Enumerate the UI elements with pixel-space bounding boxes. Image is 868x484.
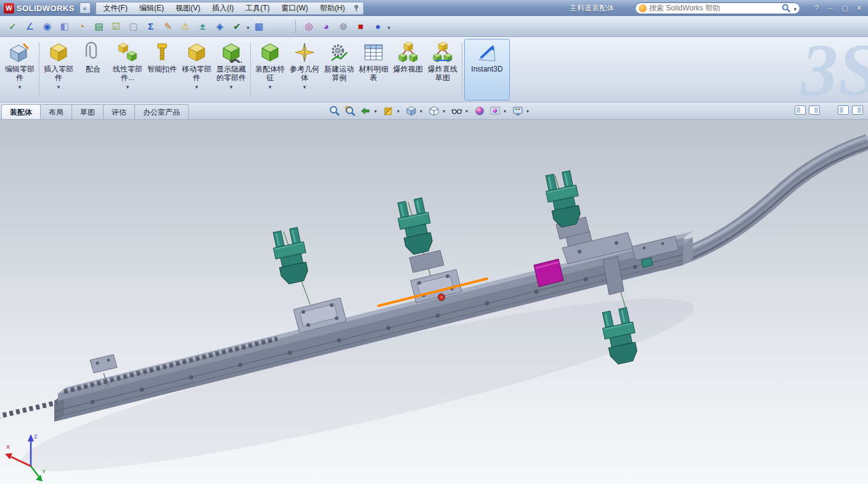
chevron-down-icon[interactable] bbox=[465, 104, 471, 118]
chevron-down-icon[interactable] bbox=[504, 104, 509, 118]
search-icon[interactable] bbox=[782, 4, 791, 13]
tolerances-icon[interactable] bbox=[195, 18, 210, 34]
ribbon-reference-geometry-button[interactable]: 参考几何体 bbox=[287, 39, 322, 100]
menu-edit[interactable]: 编辑(E) bbox=[134, 2, 170, 15]
ribbon-bill-of-materials-button[interactable]: 材料明细表 bbox=[356, 39, 391, 100]
ribbon-explode-line-sketch-button[interactable]: 爆炸直线草图 bbox=[425, 39, 460, 100]
document-properties-icon[interactable] bbox=[212, 18, 227, 34]
ribbon-exploded-view-button[interactable]: 爆炸视图 bbox=[391, 39, 425, 100]
zoom-to-area-icon[interactable] bbox=[343, 104, 357, 118]
model-chain-tail[interactable] bbox=[0, 403, 57, 417]
ribbon-instant3d-button[interactable]: Instant3D bbox=[464, 39, 510, 100]
menu-window[interactable]: 窗口(W) bbox=[276, 2, 314, 15]
design-check-off-icon[interactable] bbox=[126, 18, 141, 34]
chevron-down-icon[interactable] bbox=[195, 82, 199, 89]
mass-properties-icon[interactable] bbox=[39, 18, 55, 34]
ribbon-linear-pattern-button[interactable]: 线性零部件... bbox=[110, 39, 145, 100]
performance-evaluation-icon[interactable] bbox=[74, 18, 89, 34]
chevron-down-icon[interactable] bbox=[303, 82, 306, 89]
chevron-down-icon[interactable] bbox=[126, 82, 129, 89]
ribbon-new-motion-study-button[interactable]: 新建运动算例 bbox=[322, 39, 356, 100]
tab-assembly[interactable]: 装配体 bbox=[1, 104, 41, 119]
graphics-area[interactable]: X Y Z bbox=[0, 120, 868, 484]
minimize-button[interactable]: – bbox=[825, 3, 836, 13]
menubar: 文件(F) 编辑(E) 视图(V) 插入(I) 工具(T) 窗口(W) 帮助(H… bbox=[96, 2, 364, 15]
section-view-icon[interactable] bbox=[382, 104, 395, 118]
ribbon-mate-button[interactable]: 配合 bbox=[76, 39, 110, 100]
ribbon-edit-component-button[interactable]: 编辑零部件 bbox=[2, 39, 37, 100]
app-logo-text: SOLIDWORKS bbox=[17, 4, 75, 13]
spell-check-icon[interactable] bbox=[5, 18, 20, 34]
ribbon-insert-components-button[interactable]: 插入零部件 bbox=[41, 39, 76, 100]
menu-file[interactable]: 文件(F) bbox=[98, 2, 133, 15]
maximize-button[interactable]: ▢ bbox=[840, 3, 850, 13]
design-table-icon[interactable] bbox=[252, 18, 267, 34]
collapse-menu-icon[interactable]: « bbox=[80, 2, 91, 14]
curvature-verify-icon[interactable] bbox=[336, 18, 351, 34]
model-canvas[interactable]: X Y Z bbox=[0, 120, 868, 484]
menu-help[interactable]: 帮助(H) bbox=[314, 2, 351, 15]
ribbon-move-component-button[interactable]: 移动零部件 bbox=[179, 39, 214, 100]
chevron-down-icon[interactable] bbox=[397, 104, 403, 118]
section-properties-icon[interactable] bbox=[57, 18, 72, 34]
color-swatch-icon[interactable] bbox=[353, 18, 369, 34]
chevron-down-icon[interactable] bbox=[269, 82, 272, 89]
measure-icon[interactable] bbox=[22, 18, 38, 34]
appearance-magnifier-icon[interactable] bbox=[301, 18, 317, 34]
chevron-down-icon[interactable] bbox=[443, 104, 448, 118]
dassault-watermark: 3S bbox=[801, 37, 868, 102]
app-logo: W SOLIDWORKS bbox=[4, 3, 75, 14]
command-manager: 编辑零部件 插入零部件 配合 线性零部件... 智能扣件 移动零部件 bbox=[0, 37, 868, 102]
appearance-ring-icon[interactable] bbox=[319, 18, 334, 34]
design-check-on-icon[interactable] bbox=[108, 18, 124, 34]
hide-show-items-icon[interactable] bbox=[450, 104, 464, 118]
tab-office-products[interactable]: 办公室产品 bbox=[134, 104, 189, 119]
pane-single-icon[interactable] bbox=[838, 105, 849, 115]
search-input[interactable] bbox=[649, 4, 779, 12]
chevron-down-icon[interactable] bbox=[793, 2, 796, 14]
model-clamp-2[interactable] bbox=[395, 197, 436, 256]
chevron-down-icon[interactable] bbox=[420, 104, 425, 118]
render-ball-icon[interactable] bbox=[371, 18, 386, 34]
chevron-down-icon[interactable] bbox=[247, 21, 250, 32]
view-settings-icon[interactable] bbox=[511, 104, 525, 118]
model-red-part[interactable] bbox=[438, 294, 445, 301]
display-style-icon[interactable] bbox=[427, 104, 441, 118]
model-clamp-1[interactable] bbox=[270, 227, 311, 285]
menu-insert[interactable]: 插入(I) bbox=[207, 2, 239, 15]
pane-split-icon[interactable] bbox=[795, 105, 806, 115]
chevron-down-icon[interactable] bbox=[526, 104, 532, 118]
dimxpert-icon[interactable] bbox=[160, 18, 176, 34]
tab-layout[interactable]: 布局 bbox=[40, 104, 72, 119]
equations-icon[interactable] bbox=[143, 18, 158, 34]
model-clamp-3[interactable] bbox=[542, 170, 584, 229]
menu-view[interactable]: 视图(V) bbox=[170, 2, 206, 15]
ribbon-assembly-features-button[interactable]: 装配体特征 bbox=[253, 39, 287, 100]
pane-multi-icon[interactable] bbox=[852, 105, 863, 115]
statistics-icon[interactable] bbox=[91, 18, 107, 34]
verification-icon[interactable] bbox=[229, 18, 245, 34]
ribbon-smart-fasteners-button[interactable]: 智能扣件 bbox=[145, 39, 179, 100]
viewport-pane-icons bbox=[795, 105, 863, 115]
help-button[interactable]: ? bbox=[811, 3, 822, 13]
chevron-down-icon[interactable] bbox=[18, 82, 22, 89]
edit-appearance-icon[interactable] bbox=[473, 104, 486, 118]
chevron-down-icon[interactable] bbox=[374, 104, 380, 118]
solidworks-window: W SOLIDWORKS « 文件(F) 编辑(E) 视图(V) 插入(I) 工… bbox=[0, 0, 868, 484]
tab-evaluate[interactable]: 评估 bbox=[103, 104, 135, 119]
view-orientation-icon[interactable] bbox=[404, 104, 418, 118]
pin-icon[interactable] bbox=[351, 3, 361, 13]
close-button[interactable]: ✕ bbox=[854, 3, 864, 13]
whats-wrong-icon[interactable] bbox=[178, 18, 193, 34]
apply-scene-icon[interactable] bbox=[488, 104, 502, 118]
zoom-to-fit-icon[interactable] bbox=[328, 104, 342, 118]
menu-tools[interactable]: 工具(T) bbox=[240, 2, 275, 15]
chevron-down-icon[interactable] bbox=[57, 82, 60, 89]
pane-split-alt-icon[interactable] bbox=[809, 105, 820, 115]
chevron-down-icon[interactable] bbox=[388, 21, 391, 32]
tab-sketch[interactable]: 草图 bbox=[72, 104, 104, 119]
window-controls: ? – ▢ ✕ bbox=[811, 3, 864, 13]
chevron-down-icon[interactable] bbox=[230, 82, 233, 89]
ribbon-show-hidden-components-button[interactable]: 显示隐藏的零部件 bbox=[214, 39, 248, 100]
previous-view-icon[interactable] bbox=[359, 104, 372, 118]
